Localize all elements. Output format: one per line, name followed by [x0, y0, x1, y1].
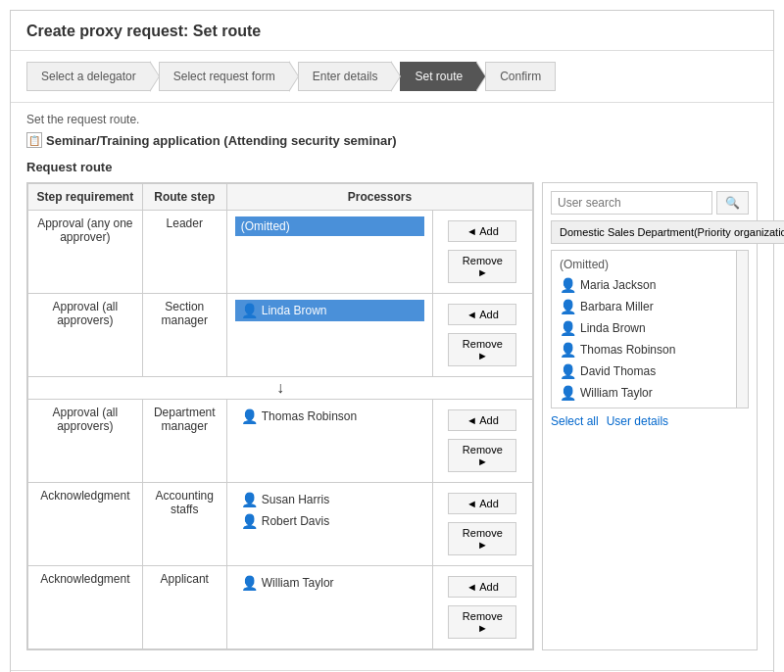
actions-3: ◄ Add Remove ►: [432, 400, 532, 483]
processor-william-taylor[interactable]: 👤 William Taylor: [235, 572, 424, 594]
processor-robert-davis[interactable]: 👤 Robert Davis: [235, 510, 424, 532]
wizard-step-confirm[interactable]: Confirm: [485, 62, 556, 91]
wizard-step-select-form[interactable]: Select request form: [159, 62, 290, 91]
wizard-arrow-3: [391, 61, 401, 92]
processor-thomas-robinson[interactable]: 👤 Thomas Robinson: [235, 406, 424, 427]
search-row: 🔍: [551, 191, 749, 215]
user-icon: 👤: [560, 320, 576, 336]
right-panel: 🔍 Domestic Sales Department(Priority org…: [542, 182, 758, 650]
section-label: Request route: [26, 160, 758, 174]
content-area: Set the request route. 📋 Seminar/Trainin…: [11, 103, 773, 660]
remove-button-5[interactable]: Remove ►: [448, 605, 516, 639]
user-icon: 👤: [241, 513, 258, 529]
processors-2: 👤 Linda Brown: [226, 294, 432, 377]
step-req-4: Acknowledgment: [28, 483, 143, 566]
processor-susan-harris[interactable]: 👤 Susan Harris: [235, 489, 424, 510]
user-icon: 👤: [241, 408, 258, 424]
add-button-4[interactable]: ◄ Add: [448, 493, 516, 514]
route-step-3: Department manager: [142, 400, 226, 483]
page-title: Create proxy request: Set route: [11, 11, 773, 51]
action-btns-5: ◄ Add Remove ►: [441, 572, 524, 643]
step-req-5: Acknowledgment: [28, 566, 143, 649]
route-step-1: Leader: [142, 211, 226, 294]
wizard-step-enter-details[interactable]: Enter details: [298, 62, 393, 91]
user-icon: 👤: [560, 363, 576, 379]
remove-button-4[interactable]: Remove ►: [448, 522, 516, 555]
add-button-2[interactable]: ◄ Add: [448, 304, 516, 325]
user-icon: 👤: [560, 299, 576, 314]
select-all-row: Select all User details: [551, 414, 749, 428]
table-row: Approval (any one approver) Leader (Omit…: [28, 211, 533, 294]
processors-4: 👤 Susan Harris 👤 Robert Davis: [226, 483, 432, 566]
processor-linda-brown[interactable]: 👤 Linda Brown: [235, 300, 424, 321]
subtitle: Set the request route.: [26, 113, 758, 126]
user-icon: 👤: [560, 385, 576, 401]
actions-4: ◄ Add Remove ►: [432, 483, 532, 566]
route-step-4: Accounting staffs: [142, 483, 226, 566]
wizard-step-select-delegator[interactable]: Select a delegator: [26, 62, 151, 91]
add-button-5[interactable]: ◄ Add: [448, 576, 516, 598]
list-item-thomas[interactable]: 👤 Thomas Robinson: [552, 339, 736, 360]
step-req-3: Approval (all approvers): [28, 400, 143, 483]
list-item-barbara[interactable]: 👤 Barbara Miller: [552, 296, 736, 317]
col-processors: Processors: [226, 184, 532, 211]
remove-button-3[interactable]: Remove ►: [448, 439, 516, 472]
user-icon: 👤: [241, 575, 258, 591]
table-row: Approval (all approvers) Section manager…: [28, 294, 533, 377]
processor-omitted[interactable]: (Omitted): [235, 216, 424, 236]
add-button-1[interactable]: ◄ Add: [448, 220, 516, 242]
route-table: Step requirement Route step Processors A…: [27, 183, 533, 649]
table-row: Approval (all approvers) Department mana…: [28, 400, 533, 483]
wizard-steps: Select a delegator Select request form E…: [11, 51, 773, 103]
form-icon: 📋: [26, 132, 42, 148]
user-icon: 👤: [560, 277, 576, 293]
processors-5: 👤 William Taylor: [226, 566, 432, 649]
list-item-omitted[interactable]: (Omitted): [552, 255, 736, 274]
user-list-scroll: (Omitted) 👤 Maria Jackson 👤 Barbara Mill…: [551, 250, 749, 408]
dept-row: Domestic Sales Department(Priority organ…: [551, 220, 749, 244]
list-item-linda[interactable]: 👤 Linda Brown: [552, 317, 736, 339]
wizard-step-set-route[interactable]: Set route: [400, 62, 477, 91]
down-arrow-row: ↓: [28, 377, 533, 400]
actions-2: ◄ Add Remove ►: [432, 294, 532, 377]
wizard-arrow-2: [289, 61, 299, 92]
list-item-david[interactable]: 👤 David Thomas: [552, 360, 736, 382]
step-req-1: Approval (any one approver): [28, 211, 143, 294]
route-step-5: Applicant: [142, 566, 226, 649]
action-btns-1: ◄ Add Remove ►: [441, 216, 524, 287]
remove-button-2[interactable]: Remove ►: [448, 333, 516, 366]
action-btns-2: ◄ Add Remove ►: [441, 300, 524, 370]
search-button[interactable]: 🔍: [716, 191, 749, 215]
form-title: 📋 Seminar/Training application (Attendin…: [26, 132, 758, 148]
search-input[interactable]: [551, 191, 712, 215]
select-all-link[interactable]: Select all: [551, 414, 599, 428]
col-step-req: Step requirement: [28, 184, 143, 211]
list-item-maria[interactable]: 👤 Maria Jackson: [552, 274, 736, 296]
main-layout: Step requirement Route step Processors A…: [26, 182, 758, 650]
table-row: Acknowledgment Accounting staffs 👤 Susan…: [28, 483, 533, 566]
user-icon: 👤: [241, 492, 258, 507]
add-button-3[interactable]: ◄ Add: [448, 409, 516, 431]
action-btns-3: ◄ Add Remove ►: [441, 406, 524, 476]
action-btns-4: ◄ Add Remove ►: [441, 489, 524, 559]
route-table-wrapper: Step requirement Route step Processors A…: [26, 182, 534, 650]
wizard-arrow-1: [150, 61, 160, 92]
table-row: Acknowledgment Applicant 👤 William Taylo…: [28, 566, 533, 649]
route-step-2: Section manager: [142, 294, 226, 377]
user-details-link[interactable]: User details: [607, 414, 668, 428]
department-select[interactable]: Domestic Sales Department(Priority organ…: [551, 220, 784, 244]
actions-5: ◄ Add Remove ►: [432, 566, 532, 649]
user-list: (Omitted) 👤 Maria Jackson 👤 Barbara Mill…: [552, 251, 736, 408]
user-icon: 👤: [241, 303, 258, 318]
processors-3: 👤 Thomas Robinson: [226, 400, 432, 483]
down-arrow-cell: ↓: [28, 377, 533, 400]
wizard-arrow-4: [476, 61, 486, 92]
step-req-2: Approval (all approvers): [28, 294, 143, 377]
processors-1: (Omitted): [226, 211, 432, 294]
user-icon: 👤: [560, 342, 576, 358]
col-route-step: Route step: [142, 184, 226, 211]
scrollbar[interactable]: [736, 251, 748, 408]
remove-button-1[interactable]: Remove ►: [448, 250, 516, 283]
list-item-william[interactable]: 👤 William Taylor: [552, 382, 736, 404]
actions-1: ◄ Add Remove ►: [432, 211, 532, 294]
